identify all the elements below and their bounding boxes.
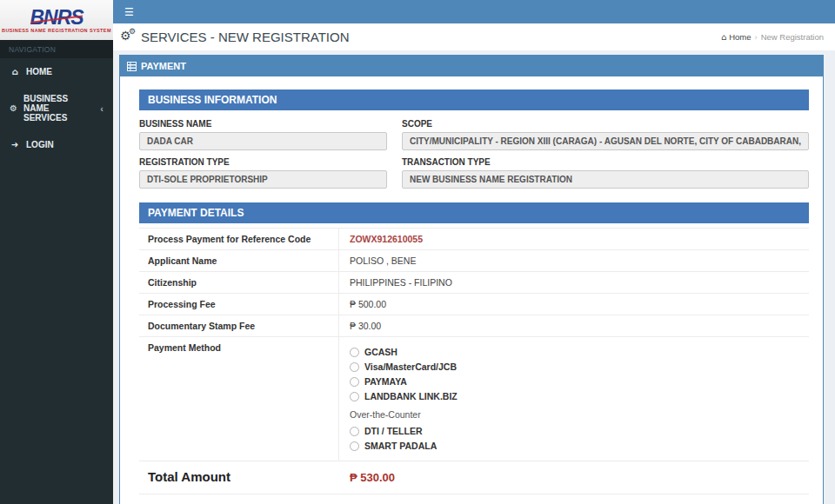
citizenship: PHILIPPINES - FILIPINO: [339, 272, 809, 293]
home-icon: ⌂: [10, 67, 20, 76]
content-area: PAYMENT BUSINESS INFORMATION BUSINESS NA…: [113, 50, 835, 504]
payment-details-table: Process Payment for Reference Code ZOWX9…: [139, 228, 809, 494]
chevron-left-icon: ‹: [100, 105, 104, 112]
breadcrumb: ⌂ Home › New Registration: [721, 32, 824, 42]
field-label: SCOPE: [402, 119, 809, 129]
registration-type-input: DTI-SOLE PROPRIETORSHIP: [139, 170, 387, 189]
total-amount-row: Total Amount ₱ 530.00: [139, 461, 809, 494]
field-business-name: BUSINESS NAME DADA CAR: [139, 119, 387, 150]
sidebar-item-label: HOME: [26, 67, 52, 76]
total-amount-value: ₱ 530.00: [339, 461, 809, 494]
payment-method-row: Payment Method GCASH Visa/MasterCard/JCB: [139, 337, 809, 461]
main-area: ☰ ⚙⚙ SERVICES - NEW REGISTRATION ⌂ Home …: [113, 0, 835, 504]
top-navbar: ☰: [113, 0, 835, 23]
reference-code: ZOWX912610055: [339, 229, 809, 249]
field-label: TRANSACTION TYPE: [402, 157, 809, 167]
radio-icon[interactable]: [350, 427, 359, 436]
radio-icon[interactable]: [350, 392, 359, 401]
total-amount-label: Total Amount: [139, 461, 339, 494]
business-information-header: BUSINESS INFORMATION: [139, 90, 809, 110]
table-row: Citizenship PHILIPPINES - FILIPINO: [139, 272, 809, 294]
logo-text: BNRS: [30, 8, 83, 27]
documentary-stamp-fee: ₱ 30.00: [339, 315, 809, 336]
sidebar-item-login[interactable]: ➜ LOGIN: [0, 131, 113, 158]
hamburger-menu-icon[interactable]: ☰: [113, 6, 145, 18]
breadcrumb-current: New Registration: [761, 32, 824, 42]
sidebar-item-business-name-services[interactable]: ⚙ BUSINESS NAME SERVICES ‹: [0, 85, 113, 131]
app-logo[interactable]: BNRS BUSINESS NAME REGISTRATION SYSTEM: [0, 0, 113, 40]
field-transaction-type: TRANSACTION TYPE NEW BUSINESS NAME REGIS…: [402, 157, 809, 189]
field-registration-type: REGISTRATION TYPE DTI-SOLE PROPRIETORSHI…: [139, 157, 387, 189]
sidebar-item-label: BUSINESS NAME SERVICES: [23, 94, 94, 123]
gears-icon: ⚙⚙: [120, 30, 136, 44]
sidebar-nav-label: NAVIGATION: [0, 40, 113, 58]
processing-fee: ₱ 500.00: [339, 294, 809, 315]
table-row: Applicant Name POLISO , BENE: [139, 250, 809, 272]
payment-panel: PAYMENT BUSINESS INFORMATION BUSINESS NA…: [119, 55, 824, 504]
page-title: ⚙⚙ SERVICES - NEW REGISTRATION: [120, 30, 349, 44]
radio-dti-teller[interactable]: DTI / TELLER: [350, 426, 798, 436]
field-label: REGISTRATION TYPE: [139, 157, 387, 167]
sign-in-icon: ➜: [10, 140, 20, 149]
radio-icon[interactable]: [350, 377, 359, 387]
scope-input: CITY/MUNICIPALITY - REGION XIII (CARAGA)…: [402, 132, 809, 150]
payment-method-options: GCASH Visa/MasterCard/JCB PAYMAYA: [339, 337, 809, 461]
business-name-input: DADA CAR: [139, 132, 387, 150]
field-scope: SCOPE CITY/MUNICIPALITY - REGION XIII (C…: [402, 119, 809, 150]
sidebar-item-home[interactable]: ⌂ HOME: [0, 58, 113, 85]
table-row: Processing Fee ₱ 500.00: [139, 294, 809, 315]
payment-panel-header: PAYMENT: [120, 56, 823, 76]
transaction-type-input: NEW BUSINESS NAME REGISTRATION: [402, 170, 809, 189]
radio-visa-mastercard-jcb[interactable]: Visa/MasterCard/JCB: [350, 361, 798, 372]
home-icon: ⌂: [721, 32, 726, 42]
breadcrumb-home-link[interactable]: ⌂ Home: [721, 32, 751, 42]
radio-smart-padala[interactable]: SMART PADALA: [350, 441, 798, 451]
radio-icon[interactable]: [350, 348, 359, 357]
breadcrumb-separator: ›: [754, 32, 757, 42]
applicant-name: POLISO , BENE: [339, 250, 809, 271]
radio-gcash[interactable]: GCASH: [350, 347, 798, 357]
radio-landbank-linkbiz[interactable]: LANDBANK LINK.BIZ: [350, 391, 798, 401]
radio-paymaya[interactable]: PAYMAYA: [350, 376, 798, 387]
sidebar-item-label: LOGIN: [26, 140, 54, 149]
payment-panel-body: BUSINESS INFORMATION BUSINESS NAME DADA …: [120, 76, 823, 504]
sidebar: BNRS BUSINESS NAME REGISTRATION SYSTEM N…: [0, 0, 113, 504]
page-header: ⚙⚙ SERVICES - NEW REGISTRATION ⌂ Home › …: [113, 23, 835, 50]
radio-icon[interactable]: [350, 441, 359, 451]
table-row: Process Payment for Reference Code ZOWX9…: [139, 229, 809, 250]
payment-details-header: PAYMENT DETAILS: [139, 202, 809, 223]
over-the-counter-label: Over-the-Counter: [350, 409, 798, 420]
business-information-fields: BUSINESS NAME DADA CAR SCOPE CITY/MUNICI…: [139, 112, 809, 189]
table-row: Documentary Stamp Fee ₱ 30.00: [139, 315, 809, 337]
field-label: BUSINESS NAME: [139, 119, 387, 129]
list-icon: [127, 62, 137, 71]
gears-icon: ⚙: [10, 103, 17, 113]
radio-icon[interactable]: [350, 362, 359, 372]
